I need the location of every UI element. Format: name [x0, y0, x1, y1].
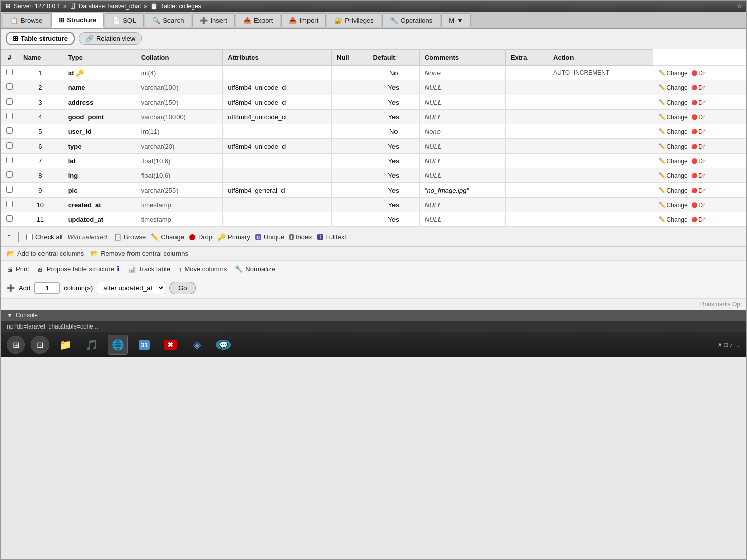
row-checkbox[interactable]: [6, 113, 13, 119]
start-button[interactable]: ⊞: [7, 336, 25, 354]
chrome-app[interactable]: 🌐: [108, 335, 128, 355]
check-all-checkbox[interactable]: [26, 234, 33, 240]
row-comments: [505, 124, 548, 139]
go-button[interactable]: Go: [169, 282, 195, 294]
header-action: Action: [548, 50, 653, 66]
table-row: 7 lat float(10,6) Yes NULL Change Dr: [1, 154, 746, 168]
header-comments: Comments: [419, 50, 505, 66]
drop-link[interactable]: Dr: [691, 158, 705, 165]
change-link[interactable]: Change: [658, 187, 688, 194]
drop-link[interactable]: Dr: [691, 114, 705, 121]
add-column-input[interactable]: [34, 282, 60, 294]
more-tab-icon: ▼: [457, 17, 463, 24]
change-link[interactable]: Change: [658, 172, 688, 179]
tab-privileges[interactable]: 🔐 Privileges: [327, 13, 381, 27]
tab-browse[interactable]: 📋 Browse: [3, 13, 50, 27]
unique-badge-icon: u: [255, 234, 261, 240]
row-type: varchar(255): [136, 183, 222, 198]
row-extra: [548, 80, 653, 95]
browse-action[interactable]: 📋 Browse: [114, 233, 146, 241]
primary-action[interactable]: 🔑 Primary: [217, 233, 250, 241]
tab-sql[interactable]: 📄 SQL: [105, 13, 144, 27]
row-type: varchar(20): [136, 139, 222, 154]
add-to-central-button[interactable]: 📂 Add to central columns: [7, 250, 84, 257]
drop-link[interactable]: Dr: [691, 99, 705, 106]
tab-operations[interactable]: 🔧 Operations: [382, 13, 441, 27]
drop-link[interactable]: Dr: [691, 202, 705, 209]
unique-action[interactable]: u Unique: [255, 233, 284, 241]
row-checkbox-cell: [1, 212, 18, 227]
remove-from-central-button[interactable]: 📂 Remove from central columns: [90, 250, 188, 257]
row-type: timestamp: [136, 212, 222, 227]
row-checkbox[interactable]: [6, 201, 13, 207]
drop-action[interactable]: Drop: [189, 233, 212, 241]
files-app[interactable]: 📁: [55, 335, 75, 355]
drop-link[interactable]: Dr: [691, 187, 705, 194]
drop-link[interactable]: Dr: [691, 216, 705, 223]
check-all-label[interactable]: Check all: [26, 233, 62, 241]
row-checkbox[interactable]: [6, 98, 13, 105]
change-link[interactable]: Change: [658, 84, 688, 91]
row-comments: [505, 154, 548, 168]
change-action[interactable]: ✏️ Change: [151, 233, 184, 241]
check-all-text: Check all: [35, 233, 62, 241]
move-columns-button[interactable]: ↕ Move columns: [179, 265, 227, 273]
change-link[interactable]: Change: [658, 143, 688, 150]
tab-insert[interactable]: ➕ Insert: [192, 13, 235, 27]
change-link[interactable]: Change: [658, 158, 688, 165]
track-table-button[interactable]: 📊 Track table: [127, 265, 170, 273]
import-tab-icon: 📥: [289, 17, 297, 24]
tab-structure[interactable]: ⊞ Structure: [51, 13, 104, 28]
favorite-star-icon[interactable]: ☆: [737, 3, 742, 10]
console-bar[interactable]: ▼ Console: [1, 310, 746, 321]
table-structure-button[interactable]: ⊞ Table structure: [6, 32, 75, 45]
fulltext-badge-icon: T: [317, 234, 323, 240]
row-type: varchar(150): [136, 95, 222, 110]
index-action[interactable]: i Index: [289, 233, 312, 241]
calendar-app[interactable]: 31: [134, 335, 154, 355]
structure-tab-icon: ⊞: [59, 16, 64, 24]
tab-export[interactable]: 📤 Export: [236, 13, 281, 27]
change-link[interactable]: Change: [658, 202, 688, 209]
vscode-app[interactable]: ◈: [187, 335, 207, 355]
redapp[interactable]: ✖: [160, 335, 181, 355]
drop-link[interactable]: Dr: [691, 70, 705, 77]
drop-link[interactable]: Dr: [691, 172, 705, 179]
drop-link[interactable]: Dr: [691, 128, 705, 135]
row-checkbox[interactable]: [6, 171, 13, 178]
drop-link[interactable]: Dr: [691, 143, 705, 150]
tab-import[interactable]: 📥 Import: [281, 13, 326, 27]
print-button[interactable]: 🖨 Print: [7, 265, 29, 273]
row-checkbox[interactable]: [6, 215, 13, 222]
row-checkbox[interactable]: [6, 127, 13, 134]
relation-view-button[interactable]: 🔗 Relation view: [79, 32, 142, 45]
table-structure-icon: ⊞: [13, 35, 18, 42]
row-collation: utf8mb4_unicode_ci: [223, 139, 332, 154]
table-icon: 📋: [150, 3, 158, 10]
change-link[interactable]: Change: [658, 128, 688, 135]
drop-link[interactable]: Dr: [691, 84, 705, 91]
row-checkbox[interactable]: [6, 186, 13, 193]
tab-search[interactable]: 🔍 Search: [145, 13, 191, 27]
change-link[interactable]: Change: [658, 216, 688, 223]
normalize-button[interactable]: 🔧 Normalize: [235, 265, 275, 273]
row-attributes: [332, 66, 368, 80]
change-link[interactable]: Change: [658, 99, 688, 106]
row-checkbox[interactable]: [6, 157, 13, 163]
row-name: user_id: [63, 124, 136, 139]
task-view-button[interactable]: ⊡: [31, 336, 49, 354]
change-link[interactable]: Change: [658, 114, 688, 121]
console-toggle-icon[interactable]: ▼: [7, 312, 13, 319]
row-attributes: [332, 124, 368, 139]
change-link[interactable]: Change: [658, 70, 688, 77]
row-checkbox[interactable]: [6, 83, 13, 90]
after-column-select[interactable]: after updated_at: [97, 282, 165, 294]
row-checkbox[interactable]: [6, 69, 13, 75]
fulltext-action[interactable]: T Fulltext: [317, 233, 346, 241]
propose-structure-button[interactable]: 🖨 Propose table structure ℹ: [37, 265, 119, 273]
tab-more[interactable]: M ▼: [441, 13, 471, 27]
msapp[interactable]: 💬: [213, 335, 233, 355]
music-app[interactable]: 🎵: [81, 335, 102, 355]
row-comments: [505, 95, 548, 110]
row-checkbox[interactable]: [6, 142, 13, 149]
